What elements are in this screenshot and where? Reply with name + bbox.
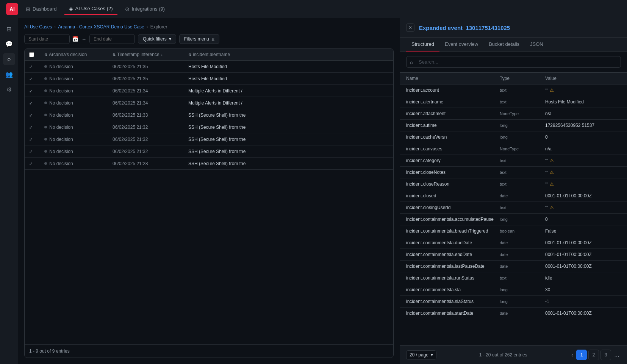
nav-integrations[interactable]: ⊙ Integrations (9) xyxy=(120,4,169,14)
panel-tabs: StructuredEvent overviewBucket detailsJS… xyxy=(400,37,627,52)
table-row[interactable]: ⤢ No decision 06/02/2025 21:28 SSH (Secu… xyxy=(25,158,393,170)
data-row: incident.account text "" ⚠ xyxy=(400,84,627,96)
expand-cell: ⤢ xyxy=(29,136,44,142)
field-name: incident.canvases xyxy=(406,146,500,152)
expand-icon[interactable]: ⤢ xyxy=(29,77,33,81)
expand-cell: ⤢ xyxy=(29,88,44,94)
logo-button[interactable]: AI xyxy=(6,3,18,15)
table-row[interactable]: ⤢ No decision 06/02/2025 21:33 SSH (Secu… xyxy=(25,109,393,121)
expand-icon[interactable]: ⤢ xyxy=(29,64,33,69)
breadcrumb-sep-1: › xyxy=(54,24,56,30)
table-row[interactable]: ⤢ No decision 06/02/2025 21:34 Multiple … xyxy=(25,85,393,97)
panel-tab-structured[interactable]: Structured xyxy=(406,37,439,52)
prev-page-button[interactable]: ‹ xyxy=(570,350,575,359)
sidebar-chat-icon[interactable]: 💬 xyxy=(3,38,15,50)
table-row[interactable]: ⤢ No decision 06/02/2025 21:35 Hosts Fil… xyxy=(25,73,393,85)
per-page-select[interactable]: 20 / page ▾ xyxy=(406,350,436,359)
expand-icon[interactable]: ⤢ xyxy=(29,125,33,130)
data-row: incident.containmentsla.breachTriggered … xyxy=(400,225,627,237)
filters-menu-button[interactable]: Filters menu ⧖ xyxy=(179,34,219,44)
th-alertname: ⇅ incident.alertname xyxy=(188,52,389,57)
field-name: incident.containmentsla.endDate xyxy=(406,252,500,257)
field-name: incident.closeNotes xyxy=(406,170,500,175)
data-row: incident.canvases NoneType n/a xyxy=(400,143,627,155)
table-row[interactable]: ⤢ No decision 06/02/2025 21:34 Multiple … xyxy=(25,97,393,109)
table-row[interactable]: ⤢ No decision 06/02/2025 21:32 SSH (Secu… xyxy=(25,133,393,145)
field-type: text xyxy=(500,205,545,210)
table-row[interactable]: ⤢ No decision 06/02/2025 21:32 SSH (Secu… xyxy=(25,145,393,158)
date-separator: → xyxy=(81,36,86,42)
calendar-icon: 📅 xyxy=(72,36,78,42)
field-name: incident.containmentsla.sla xyxy=(406,287,500,292)
select-all-checkbox[interactable] xyxy=(29,52,34,57)
data-row: incident.containmentsla.endDate date 000… xyxy=(400,249,627,261)
left-panel: AI Use Cases › Arcanna - Cortex XSOAR De… xyxy=(18,18,400,364)
table-row[interactable]: ⤢ No decision 06/02/2025 21:32 SSH (Secu… xyxy=(25,121,393,133)
decision-text: No decision xyxy=(49,161,73,166)
table-body: ⤢ No decision 06/02/2025 21:35 Hosts Fil… xyxy=(25,61,393,344)
field-name: incident.closeReason xyxy=(406,181,500,187)
decision-text: No decision xyxy=(49,76,73,81)
start-date-input[interactable] xyxy=(24,34,70,44)
nav-dashboard[interactable]: ⊞ Dashboard xyxy=(21,4,61,14)
decision-dot xyxy=(44,102,47,104)
breadcrumb-ai-use-cases[interactable]: AI Use Cases xyxy=(24,24,52,30)
data-row: incident.containmentsla.slaStatus long -… xyxy=(400,296,627,308)
decision-dot xyxy=(44,77,47,80)
page-3-button[interactable]: 3 xyxy=(600,350,611,360)
filter-icon: ⧖ xyxy=(211,36,214,42)
expand-icon[interactable]: ⤢ xyxy=(29,149,33,154)
alertname-cell: Hosts File Modified xyxy=(188,76,389,81)
field-type: text xyxy=(500,170,545,175)
field-type: date xyxy=(500,311,545,316)
data-row: incident.category text "" ⚠ xyxy=(400,155,627,167)
field-value: n/a xyxy=(545,111,621,116)
search-input[interactable] xyxy=(406,56,621,68)
chevron-down-icon: ▾ xyxy=(169,36,171,42)
nav-ai-use-cases[interactable]: ◈ AI Use Cases (2) xyxy=(64,3,117,15)
field-value: "" ⚠ xyxy=(545,87,621,93)
right-panel: ✕ Expanded event 13011751431025 Structur… xyxy=(400,18,627,364)
expand-icon[interactable]: ⤢ xyxy=(29,161,33,166)
quick-filters-button[interactable]: Quick filters ▾ xyxy=(138,34,176,44)
field-name: incident.containmentsla.accumulatedPause xyxy=(406,217,500,222)
close-panel-button[interactable]: ✕ xyxy=(406,23,414,32)
decision-text: No decision xyxy=(49,64,73,69)
table-row[interactable]: ⤢ No decision 06/02/2025 21:35 Hosts Fil… xyxy=(25,61,393,73)
data-row: incident.containmentsla.lastPauseDate da… xyxy=(400,261,627,272)
page-1-button[interactable]: 1 xyxy=(576,350,587,360)
field-name: incident.closed xyxy=(406,193,500,198)
breadcrumb: AI Use Cases › Arcanna - Cortex XSOAR De… xyxy=(24,24,394,30)
col-value: Value xyxy=(545,76,621,81)
decision-cell: No decision xyxy=(44,100,113,106)
sidebar-users-icon[interactable]: 👥 xyxy=(3,68,15,80)
content-area: AI Use Cases › Arcanna - Cortex XSOAR De… xyxy=(18,18,627,364)
data-row: incident.closeNotes text "" ⚠ xyxy=(400,167,627,178)
breadcrumb-arcanna[interactable]: Arcanna - Cortex XSOAR Demo Use Case xyxy=(58,24,144,30)
expand-icon[interactable]: ⤢ xyxy=(29,113,33,117)
data-row: incident.cacheVersn long 0 xyxy=(400,131,627,143)
expand-icon[interactable]: ⤢ xyxy=(29,137,33,142)
panel-tab-bucket-details[interactable]: Bucket details xyxy=(483,37,525,52)
data-row: incident.containmentsla.startDate date 0… xyxy=(400,308,627,319)
decision-text: No decision xyxy=(49,112,73,118)
alertname-cell: Multiple Alerts in Different / xyxy=(188,100,389,106)
decision-text: No decision xyxy=(49,149,73,154)
expand-icon[interactable]: ⤢ xyxy=(29,89,33,93)
warn-icon: ⚠ xyxy=(550,87,554,93)
sidebar-search-icon[interactable]: ⌕ xyxy=(3,53,15,65)
field-type: date xyxy=(500,264,545,269)
end-date-input[interactable] xyxy=(89,34,135,44)
next-page-button[interactable]: … xyxy=(613,350,621,359)
decision-cell: No decision xyxy=(44,64,113,69)
sidebar-settings-icon[interactable]: ⚙ xyxy=(3,83,15,95)
panel-tab-event-overview[interactable]: Event overview xyxy=(439,37,483,52)
expand-icon[interactable]: ⤢ xyxy=(29,101,33,105)
page-2-button[interactable]: 2 xyxy=(588,350,599,360)
integrations-icon: ⊙ xyxy=(125,6,130,12)
left-sidebar: ⊞ 💬 ⌕ 👥 ⚙ xyxy=(0,18,18,364)
timestamp-cell: 06/02/2025 21:28 xyxy=(113,161,188,166)
field-name: incident.containmentsla.dueDate xyxy=(406,240,500,245)
panel-tab-json[interactable]: JSON xyxy=(525,37,549,52)
sidebar-grid-icon[interactable]: ⊞ xyxy=(3,23,15,35)
